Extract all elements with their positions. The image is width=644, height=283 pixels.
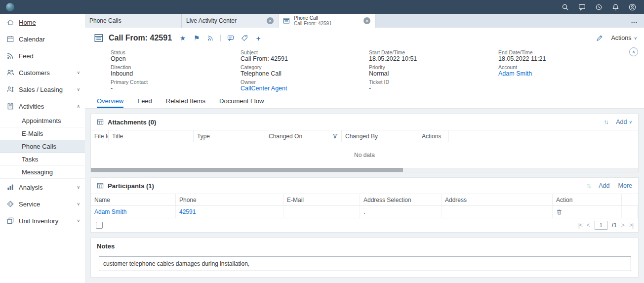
page-title: Call From: 42591 — [109, 34, 172, 42]
sales-leasing-icon — [6, 85, 14, 93]
tab-overview[interactable]: Overview — [97, 97, 123, 108]
participant-name-link[interactable]: Adam Smith — [94, 208, 126, 215]
field-value-status: Open — [111, 55, 241, 63]
add-tag-icon[interactable] — [254, 34, 262, 42]
notes-section: Notes customer telephone cables damages … — [90, 238, 639, 278]
sidebar-item-tasks[interactable]: Tasks — [0, 153, 85, 166]
company-logo — [6, 3, 14, 11]
favorite-star-icon[interactable] — [179, 34, 187, 42]
tab-feed[interactable]: Feed — [137, 97, 152, 108]
actions-button[interactable]: Actions — [611, 35, 637, 41]
history-icon[interactable] — [595, 3, 603, 11]
tab-document-flow[interactable]: Document Flow — [219, 97, 264, 108]
sidebar-item-feed[interactable]: Feed — [0, 47, 85, 64]
sidebar-item-label: Service — [19, 201, 40, 208]
sidebar-item-activities[interactable]: Activities — [0, 98, 85, 115]
select-all-checkbox[interactable] — [96, 222, 103, 229]
sidebar-item-appointments[interactable]: Appointments — [0, 115, 85, 127]
participant-phone-link[interactable]: 42591 — [179, 208, 196, 215]
sidebar-item-label: Phone Calls — [22, 143, 56, 150]
discussion-chat-icon[interactable] — [227, 34, 235, 42]
sidebar-item-label: Sales / Leasing — [19, 86, 63, 93]
pagination: 1 /1 — [578, 221, 633, 230]
field-value-direction: Inbound — [111, 70, 241, 78]
collapse-header-button[interactable] — [629, 47, 638, 56]
column-header-changed-on[interactable]: Changed On — [265, 130, 342, 142]
tab-related-items[interactable]: Related Items — [166, 97, 205, 108]
close-icon[interactable] — [267, 17, 274, 24]
tab-phone-calls[interactable]: Phone Calls — [85, 14, 182, 28]
sort-icon[interactable] — [604, 119, 607, 125]
sidebar-item-label: Calendar — [19, 36, 45, 43]
sidebar-item-customers[interactable]: Customers — [0, 64, 85, 81]
more-button[interactable]: More — [618, 182, 632, 189]
tab-strip: Phone Calls Live Activity Center Phone C… — [85, 14, 644, 28]
actions-button-label: Actions — [611, 35, 631, 41]
sidebar-item-sales-leasing[interactable]: Sales / Leasing — [0, 81, 85, 98]
search-icon[interactable] — [562, 3, 569, 11]
sidebar-item-messaging[interactable]: Messaging — [0, 166, 85, 179]
sidebar-item-emails[interactable]: E-Mails — [0, 127, 85, 140]
close-icon[interactable] — [363, 17, 370, 24]
tab-label: Live Activity Center — [186, 17, 237, 24]
field-label: Account — [498, 64, 644, 70]
scrollbar-thumb[interactable] — [91, 168, 403, 172]
follow-feed-icon[interactable] — [206, 34, 214, 42]
tab-overflow-button[interactable]: ... — [625, 17, 644, 24]
chevron-down-icon — [77, 71, 80, 75]
profile-icon[interactable] — [629, 3, 636, 11]
sidebar-item-service[interactable]: Service — [0, 196, 85, 212]
sort-icon[interactable] — [586, 182, 590, 189]
tag-icon[interactable] — [241, 34, 248, 42]
add-participant-button[interactable]: Add — [599, 182, 609, 189]
add-attachment-button[interactable]: Add — [616, 119, 632, 125]
row-spacer-cell — [622, 206, 638, 218]
column-header-changed-by[interactable]: Changed By — [342, 130, 418, 142]
column-header-address-selection[interactable]: Address Selection — [360, 194, 442, 205]
horizontal-scrollbar[interactable] — [91, 168, 638, 172]
filter-funnel-icon[interactable] — [332, 133, 338, 139]
tab-live-activity-center[interactable]: Live Activity Center — [182, 14, 279, 28]
last-page-icon[interactable] — [629, 222, 633, 228]
column-header-email[interactable]: E-Mail — [283, 194, 360, 205]
sidebar-item-analysis[interactable]: Analysis — [0, 179, 85, 196]
column-header-address[interactable]: Address — [442, 194, 553, 205]
column-header-name[interactable]: Name — [91, 194, 176, 205]
participant-address-selection-cell: . — [360, 206, 442, 218]
sidebar-item-calendar[interactable]: Calendar — [0, 31, 85, 47]
previous-page-icon[interactable] — [587, 222, 590, 228]
sidebar-item-home[interactable]: Home — [0, 14, 85, 31]
field-label: Direction — [111, 64, 241, 70]
column-header-type[interactable]: Type — [194, 130, 265, 142]
delete-trash-icon[interactable] — [556, 209, 563, 215]
column-header-file-icon[interactable]: File Ic — [91, 130, 109, 142]
page-number-input[interactable]: 1 — [595, 221, 607, 230]
account-link[interactable]: Adam Smith — [498, 70, 644, 78]
flag-icon[interactable] — [193, 34, 201, 42]
chevron-down-icon — [77, 185, 80, 190]
column-header-action[interactable]: Action — [553, 194, 622, 205]
notes-input[interactable]: customer telephone cables damages during… — [99, 256, 631, 271]
header-quick-actions — [179, 34, 262, 42]
feedback-icon[interactable] — [578, 3, 586, 11]
field-label: Subject — [241, 49, 369, 55]
next-page-icon[interactable] — [621, 222, 625, 228]
sidebar-item-unit-inventory[interactable]: Unit Inventory — [0, 212, 85, 229]
field-label: Start Date/Time — [369, 49, 498, 55]
table-icon — [97, 119, 104, 125]
sidebar-item-phone-calls[interactable]: Phone Calls — [0, 140, 85, 153]
participant-email-cell — [283, 206, 360, 218]
edit-pencil-icon[interactable] — [596, 34, 604, 42]
column-header-title[interactable]: Title — [109, 130, 194, 142]
first-page-icon[interactable] — [578, 222, 582, 228]
column-header-actions[interactable]: Actions — [418, 130, 449, 142]
column-header-phone[interactable]: Phone — [176, 194, 283, 205]
sidebar: Home Calendar Feed Customers Sales / Lea… — [0, 14, 85, 283]
owner-link[interactable]: CallCenter Agent — [241, 85, 369, 92]
header-fields: StatusOpen SubjectCall From: 42591 Start… — [85, 45, 644, 95]
chevron-down-icon — [634, 36, 637, 40]
tab-phone-call-active[interactable]: Phone Call Call From: 42591 — [279, 14, 375, 28]
feed-icon — [6, 52, 14, 60]
notifications-bell-icon[interactable] — [612, 3, 619, 11]
field-label: Owner — [241, 79, 369, 85]
